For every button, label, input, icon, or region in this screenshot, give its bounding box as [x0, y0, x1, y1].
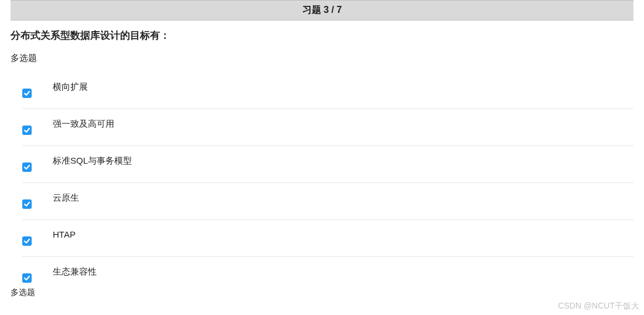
footer-type: 多选题	[0, 287, 644, 298]
options-list: 横向扩展 强一致及高可用 标准SQL与事务模型 云原生 HTAP	[11, 72, 633, 286]
question-title: 分布式关系型数据库设计的目标有：	[11, 29, 633, 42]
checkbox-icon[interactable]	[22, 162, 32, 172]
checkbox-icon[interactable]	[22, 126, 32, 135]
checkbox-icon[interactable]	[22, 199, 32, 209]
watermark: CSDN @NCUT干饭大	[558, 301, 639, 311]
checkbox-icon[interactable]	[22, 89, 32, 98]
svg-rect-1	[22, 126, 32, 135]
option-row[interactable]: 云原生	[22, 183, 633, 220]
option-row[interactable]: HTAP	[22, 220, 633, 257]
exercise-header: 习题 3 / 7	[11, 0, 633, 21]
question-type: 多选题	[11, 53, 633, 64]
option-label: 横向扩展	[53, 80, 88, 94]
checkbox-icon[interactable]	[22, 273, 32, 283]
option-label: 标准SQL与事务模型	[53, 154, 132, 168]
option-label: 强一致及高可用	[53, 117, 114, 131]
option-label: 云原生	[53, 191, 79, 205]
exercise-title: 习题 3 / 7	[302, 5, 342, 15]
svg-rect-5	[22, 273, 32, 283]
option-row[interactable]: 横向扩展	[22, 72, 633, 109]
option-row[interactable]: 强一致及高可用	[22, 109, 633, 146]
svg-rect-4	[22, 236, 32, 246]
svg-rect-0	[22, 89, 32, 98]
svg-rect-3	[22, 199, 32, 209]
checkbox-icon[interactable]	[22, 236, 32, 246]
option-label: 生态兼容性	[53, 265, 97, 279]
option-row[interactable]: 生态兼容性	[22, 257, 633, 286]
svg-rect-2	[22, 162, 32, 172]
option-label: HTAP	[53, 228, 76, 242]
option-row[interactable]: 标准SQL与事务模型	[22, 146, 633, 183]
